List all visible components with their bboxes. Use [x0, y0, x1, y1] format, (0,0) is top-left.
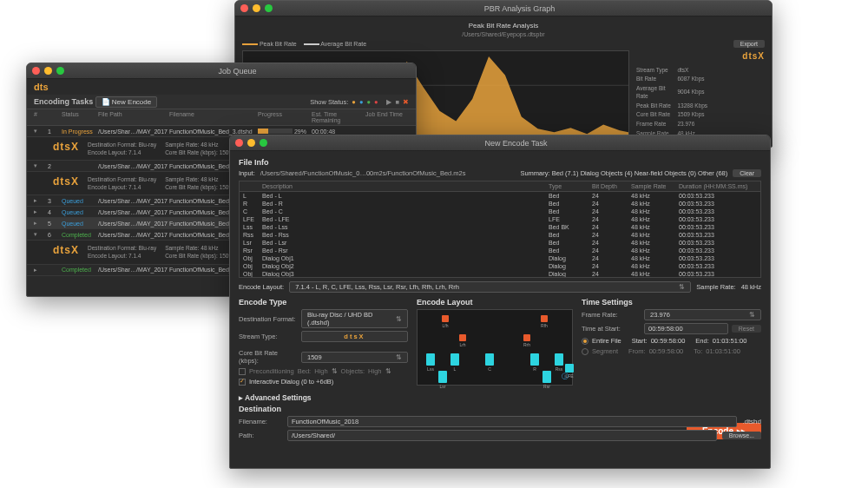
core-bitrate-select[interactable]: 1509⇅	[301, 352, 408, 363]
stat-label: Bit Rate	[636, 76, 675, 83]
status-label: Completed	[62, 232, 96, 238]
interactive-dialog-label: Interactive Dialog (0 to +6dB)	[249, 378, 333, 386]
minimize-icon[interactable]	[247, 139, 255, 147]
encode-layout-select[interactable]: 7.1.4 - L, R, C, LFE, Lss, Rss, Lsr, Rsr…	[289, 281, 691, 293]
channel-row[interactable]: ObjDialog Obj1Dialog2448 kHz00:03:53.233	[240, 254, 760, 262]
disclosure-icon[interactable]: ▸	[34, 267, 46, 274]
frame-rate-select[interactable]: 23.976⇅	[644, 309, 761, 320]
encode-layout-label: Encode Layout:	[239, 283, 284, 291]
path-label: Path:	[239, 432, 282, 439]
ne-title: New Encode Task	[267, 139, 765, 148]
pbr-titlebar[interactable]: PBR Analysis Graph	[235, 1, 772, 16]
status-filter-complete-icon[interactable]: ●	[366, 98, 371, 106]
status-label: Queued	[62, 209, 96, 215]
channel-row[interactable]: LFEBed - LFELFE2448 kHz00:03:53.233	[240, 215, 760, 223]
encode-type-heading: Encode Type	[239, 298, 408, 307]
channel-row[interactable]: RssBed - RssBed2448 kHz00:03:53.233	[240, 231, 760, 239]
maximize-icon[interactable]	[56, 67, 64, 75]
dest-format-select[interactable]: Blu-ray Disc / UHD BD (.dtshd)⇅	[301, 309, 408, 328]
channel-row[interactable]: CBed - CBed2448 kHz00:03:53.233	[240, 208, 760, 215]
stream-type-select[interactable]: dtsX	[301, 331, 408, 342]
pbr-heading: Peak Bit Rate Analysis	[242, 22, 765, 30]
stat-label: Average Bit Rate	[636, 85, 675, 101]
sample-rate-value: 48 kHz	[741, 283, 761, 291]
close-icon[interactable]	[32, 67, 40, 75]
jq-title: Job Queue	[64, 67, 411, 76]
dest-format-label: Destination Format:	[239, 315, 298, 323]
new-encode-button[interactable]: 📄 New Encode	[95, 96, 158, 108]
disclosure-icon[interactable]: ▾	[34, 128, 46, 135]
status-label: Queued	[62, 221, 96, 227]
disclosure-icon[interactable]: ▾	[34, 162, 46, 169]
advanced-settings-toggle[interactable]: ▸ Advanced Settings	[239, 393, 761, 402]
minimize-icon[interactable]	[44, 67, 52, 75]
segment-radio[interactable]	[582, 348, 589, 355]
legend-avg: Average Bit Rate	[320, 41, 366, 47]
status-filter-progress-icon[interactable]: ●	[352, 98, 356, 106]
delete-button[interactable]: ✖	[403, 98, 409, 106]
status-filter-queued-icon[interactable]: ●	[359, 98, 364, 106]
dts-logo: dts	[34, 82, 49, 92]
chevron-down-icon: ⇅	[749, 311, 755, 319]
stop-button[interactable]: ■	[395, 98, 399, 106]
export-button[interactable]: Export	[733, 40, 765, 48]
clear-button[interactable]: Clear	[733, 169, 761, 177]
channel-row[interactable]: RBed - RBed2448 kHz00:03:53.233	[240, 200, 760, 208]
browse-button[interactable]: Browse...	[722, 432, 761, 439]
stat-value: dtsX	[677, 67, 763, 75]
frame-rate-label: Frame Rate:	[582, 311, 641, 319]
play-button[interactable]: ▶	[386, 98, 391, 106]
channel-row[interactable]: LBed - LBed2448 kHz00:03:53.233	[240, 192, 760, 200]
legend-peak: Peak Bit Rate	[260, 41, 297, 47]
channel-row[interactable]: ObjDialog Obj2Dialog2448 kHz00:03:53.233	[240, 262, 760, 270]
end-value: 01:03:51:00	[713, 337, 747, 345]
disclosure-icon[interactable]: ▸	[34, 197, 46, 204]
channel-table[interactable]: DescriptionTypeBit DepthSample RateDurat…	[239, 181, 761, 278]
traffic-lights[interactable]	[32, 67, 64, 75]
close-icon[interactable]	[235, 139, 243, 147]
disclosure-icon[interactable]: ▸	[34, 208, 46, 215]
stat-label: Frame Rate	[636, 121, 675, 129]
encoding-tasks-label: Encoding Tasks	[34, 97, 93, 106]
segment-label: Segment	[592, 347, 618, 355]
encode-layout-heading: Encode Layout	[417, 298, 573, 307]
channel-row[interactable]: ObjDialog Obj3Dialog2448 kHz00:03:53.233	[240, 270, 760, 278]
maximize-icon[interactable]	[260, 139, 267, 147]
from-value: 00:59:58:00	[649, 347, 684, 355]
disclosure-icon[interactable]: ▾	[34, 231, 46, 238]
jq-titlebar[interactable]: Job Queue	[27, 63, 416, 79]
stat-label: Peak Bit Rate	[636, 102, 675, 110]
stat-value: 6087 Kbps	[677, 76, 763, 83]
traffic-lights[interactable]	[240, 4, 273, 12]
stat-value: 1509 Kbps	[677, 111, 763, 119]
input-label: Input:	[239, 169, 255, 177]
maximize-icon[interactable]	[265, 4, 273, 12]
sample-rate-label: Sample Rate:	[696, 283, 735, 291]
path-input[interactable]: /Users/Shared/	[287, 430, 717, 441]
preconditioning-label: Preconditioning	[249, 367, 294, 375]
status-filter-error-icon[interactable]: ●	[374, 98, 378, 106]
entire-file-radio[interactable]	[582, 338, 589, 345]
channel-row[interactable]: RsrBed - RsrBed2448 kHz00:03:53.233	[240, 247, 760, 254]
interactive-dialog-checkbox[interactable]	[239, 379, 246, 386]
disclosure-icon[interactable]: ▸	[34, 220, 46, 227]
ne-titlebar[interactable]: New Encode Task	[230, 135, 770, 151]
preconditioning-checkbox[interactable]	[239, 368, 246, 375]
file-info-heading: File Info	[239, 158, 761, 167]
channel-row[interactable]: LsrBed - LsrBed2448 kHz00:03:53.233	[240, 239, 760, 247]
traffic-lights[interactable]	[235, 139, 267, 147]
dtsx-logo: dtsX	[635, 50, 765, 63]
reset-button[interactable]: Reset	[732, 325, 761, 333]
minimize-icon[interactable]	[253, 4, 260, 12]
time-start-input[interactable]: 00:59:58:00	[644, 323, 728, 334]
filename-input[interactable]: FunctionOfMusic_2018	[287, 416, 737, 427]
entire-file-label: Entire File	[592, 337, 621, 345]
close-icon[interactable]	[240, 4, 248, 12]
core-bitrate-label: Core Bit Rate (kbps):	[239, 349, 298, 365]
new-encode-window: New Encode Task File Info Input: /Users/…	[229, 135, 771, 469]
info-icon[interactable]: ⓘ	[562, 372, 569, 381]
channel-row[interactable]: LssBed - LssBed BK2448 kHz00:03:53.233	[240, 223, 760, 231]
stat-value: 9004 Kbps	[677, 85, 763, 101]
filename-label: Filename:	[239, 418, 282, 425]
speaker-layout-visual: Lfh Rfh Lrh Rrh Lss L C R Rss LFE Lsr Rs…	[417, 309, 573, 386]
